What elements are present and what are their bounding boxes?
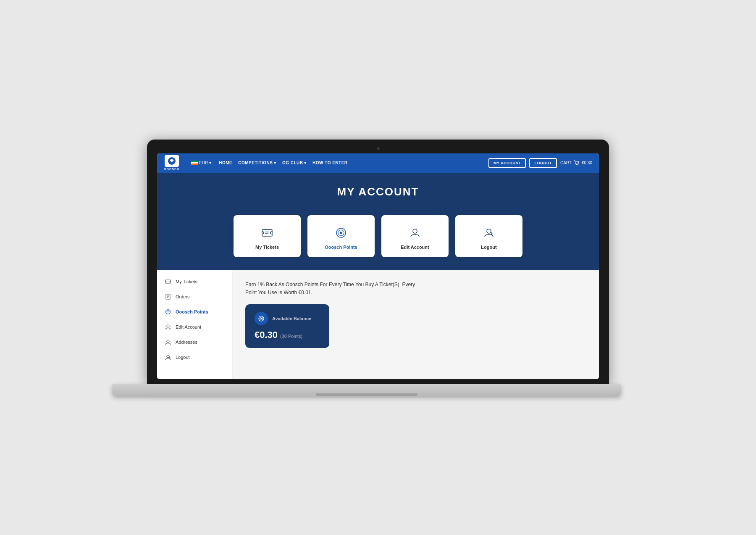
page-title: MY ACCOUNT xyxy=(165,185,591,198)
cart-label: CART xyxy=(560,161,572,165)
content-panel: Earn 1% Back As Ooosch Points For Every … xyxy=(233,270,599,379)
sidebar-edit-label: Edit Account xyxy=(176,324,201,329)
sidebar-orders-icon xyxy=(165,293,171,300)
points-icon xyxy=(333,225,349,240)
sidebar-addresses-icon xyxy=(165,339,171,345)
main-content: My Tickets Orders xyxy=(157,270,599,379)
nav-links: HOME COMPETITIONS ▾ OG CLUB ▾ HOW TO ENT… xyxy=(219,161,483,165)
account-cards-row: My Tickets Ooosch Points xyxy=(157,215,599,270)
nav-home[interactable]: HOME xyxy=(219,161,232,165)
laptop-wrapper: OOOSCH EUR ▾ HOME COMPETITIONS ▾ OG CLUB xyxy=(147,140,609,396)
balance-value: €0.30 xyxy=(255,329,278,340)
sidebar-item-ooosch-points[interactable]: Ooosch Points xyxy=(157,304,232,319)
sidebar: My Tickets Orders xyxy=(157,270,233,379)
sidebar-item-addresses[interactable]: Addresses xyxy=(157,335,232,350)
sidebar-addresses-label: Addresses xyxy=(176,340,197,345)
svg-point-10 xyxy=(413,229,417,233)
balance-icon xyxy=(255,312,268,325)
svg-point-23 xyxy=(167,355,169,358)
sidebar-my-tickets-label: My Tickets xyxy=(176,279,197,284)
sidebar-item-orders[interactable]: Orders xyxy=(157,289,232,304)
cart-area[interactable]: CART €0.30 xyxy=(560,160,592,166)
flag-icon xyxy=(191,161,198,165)
sidebar-item-edit-account[interactable]: Edit Account xyxy=(157,319,232,335)
cart-icon xyxy=(573,160,580,166)
sidebar-edit-icon xyxy=(165,324,171,330)
chevron-down-icon: ▾ xyxy=(209,161,211,165)
navigation: OOOSCH EUR ▾ HOME COMPETITIONS ▾ OG CLUB xyxy=(157,153,599,173)
nav-competitions[interactable]: COMPETITIONS ▾ xyxy=(238,161,276,165)
balance-header: Available Balance xyxy=(255,312,320,325)
sidebar-points-label: Ooosch Points xyxy=(176,309,208,314)
cart-amount: €0.30 xyxy=(582,161,592,165)
my-account-button[interactable]: MY ACCOUNT xyxy=(488,158,526,168)
chevron-down-icon: ▾ xyxy=(304,161,307,165)
sidebar-orders-label: Orders xyxy=(176,294,190,299)
laptop-bezel: OOOSCH EUR ▾ HOME COMPETITIONS ▾ OG CLUB xyxy=(147,140,609,384)
card-my-tickets-label: My Tickets xyxy=(255,245,279,250)
card-edit-account[interactable]: Edit Account xyxy=(381,215,449,257)
svg-point-9 xyxy=(340,232,342,234)
card-my-tickets[interactable]: My Tickets xyxy=(234,215,301,257)
nav-how-to-enter[interactable]: HOW TO ENTER xyxy=(312,161,348,165)
sidebar-item-logout[interactable]: Logout xyxy=(157,350,232,365)
logo[interactable]: OOOSCH xyxy=(164,155,179,171)
edit-account-icon xyxy=(407,225,423,240)
balance-label: Available Balance xyxy=(272,316,311,321)
nav-right: MY ACCOUNT LOGOUT CART €0.30 xyxy=(488,158,592,168)
currency-selector[interactable]: EUR ▾ xyxy=(189,159,214,167)
sidebar-item-my-tickets[interactable]: My Tickets xyxy=(157,274,232,289)
chevron-down-icon: ▾ xyxy=(274,161,276,165)
logo-icon xyxy=(165,155,179,167)
svg-point-21 xyxy=(167,325,169,327)
card-ooosch-points[interactable]: Ooosch Points xyxy=(307,215,375,257)
logout-icon xyxy=(481,225,496,240)
card-logout-label: Logout xyxy=(481,245,496,250)
balance-amount-row: €0.30 (30 Points) xyxy=(255,329,320,340)
svg-point-11 xyxy=(487,229,491,233)
sidebar-logout-icon xyxy=(165,354,171,361)
nav-og-club[interactable]: OG CLUB ▾ xyxy=(282,161,307,165)
card-points-label: Ooosch Points xyxy=(325,245,357,250)
hero-section: MY ACCOUNT xyxy=(157,173,599,215)
sidebar-tickets-icon xyxy=(165,278,171,285)
logo-text: OOOSCH xyxy=(164,168,179,171)
currency-label: EUR xyxy=(199,161,208,165)
svg-point-27 xyxy=(261,318,262,319)
card-edit-label: Edit Account xyxy=(401,245,429,250)
svg-point-22 xyxy=(167,340,169,343)
card-logout[interactable]: Logout xyxy=(455,215,522,257)
laptop-base xyxy=(113,384,621,396)
earn-description: Earn 1% Back As Ooosch Points For Every … xyxy=(245,281,422,297)
sidebar-logout-label: Logout xyxy=(176,355,190,360)
camera-dot xyxy=(377,147,380,150)
balance-card: Available Balance €0.30 (30 Points) xyxy=(245,304,329,348)
tickets-icon xyxy=(260,225,275,240)
logout-nav-button[interactable]: LOGOUT xyxy=(529,158,557,168)
svg-point-3 xyxy=(578,164,578,165)
svg-point-1 xyxy=(171,159,173,161)
balance-points: (30 Points) xyxy=(280,334,302,339)
svg-point-2 xyxy=(576,164,577,165)
svg-point-20 xyxy=(168,311,168,312)
sidebar-points-icon xyxy=(165,308,171,315)
screen: OOOSCH EUR ▾ HOME COMPETITIONS ▾ OG CLUB xyxy=(157,153,599,379)
